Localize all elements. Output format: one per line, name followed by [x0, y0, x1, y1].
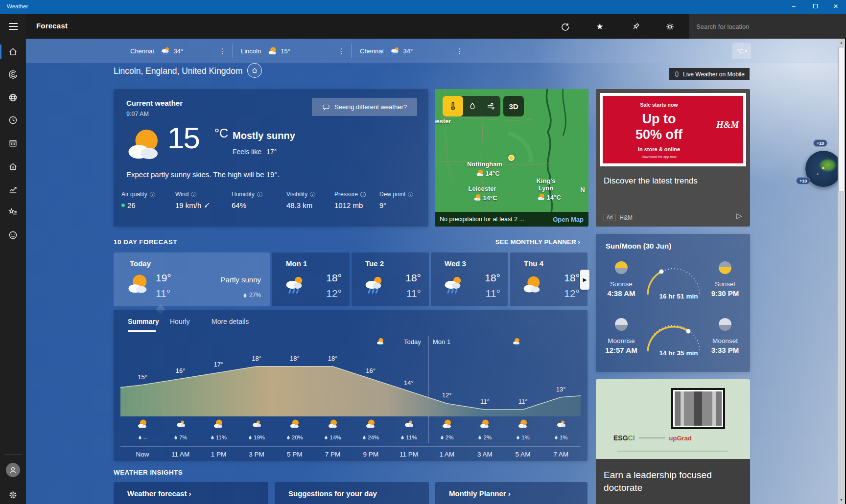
detail-humidity: Humidityi 64%: [232, 191, 283, 209]
location-tab-chennai-2[interactable]: Chennai 34° ⋮: [352, 39, 470, 63]
tab-hourly[interactable]: Hourly: [170, 318, 189, 325]
minimap-dot: [822, 167, 824, 169]
open-map-link[interactable]: Open Map: [553, 216, 584, 223]
insight-card-suggestions[interactable]: Suggestions for your day: [275, 482, 429, 504]
scrollbar-thumb[interactable]: [838, 47, 845, 191]
ten-day-forecast-heading: 10 DAY FORECAST: [114, 238, 177, 246]
sidebar-item-historical-weather[interactable]: [0, 178, 26, 201]
tab-menu-button[interactable]: ⋮: [337, 47, 346, 55]
info-icon[interactable]: i: [257, 192, 262, 197]
close-button[interactable]: ✕: [828, 0, 843, 13]
pin-to-start-button[interactable]: [624, 14, 647, 39]
detail-value: 1012 mb: [334, 201, 363, 209]
search-box: [689, 14, 846, 39]
forecast-day-thu4[interactable]: Thu 4 18° 12°: [510, 252, 588, 306]
unit-selector[interactable]: °C ▾: [732, 43, 751, 59]
upgrad-logo: upGrad: [669, 435, 692, 442]
toolbar: Forecast ★: [26, 14, 846, 39]
chevron-right-icon: ›: [189, 489, 191, 498]
insight-card-weather-forecast[interactable]: Weather forecast ›: [114, 482, 268, 504]
map-city-temp: 14°C: [537, 193, 561, 202]
hour-precip: --: [123, 433, 162, 442]
sidebar-item-send-a-smile[interactable]: [0, 224, 26, 247]
hour-weather-icon: [542, 418, 580, 432]
day-label: Wed 3: [445, 259, 466, 268]
location-tab-chennai-1[interactable]: Chennai 34° ⋮: [122, 39, 233, 63]
moonset-column: Moonset 3:33 PM: [705, 318, 746, 354]
moonrise-column: Moonrise 12:57 AM: [601, 318, 642, 354]
current-conditions-button[interactable]: [658, 14, 682, 39]
scroll-up-arrow[interactable]: ▲: [838, 39, 845, 46]
refresh-icon: [561, 22, 570, 31]
esg-ad-card[interactable]: ESGCI upGrad Earn a leadership focused d…: [596, 379, 750, 504]
forecast-day-today[interactable]: Today 19° 11° Partly sunny 27%: [114, 252, 270, 306]
hour-weather-icon: [428, 418, 466, 432]
location-tabstrip: Chennai 34° ⋮ Lincoln 15° ⋮ Chennai 34° …: [26, 39, 838, 63]
sidebar-item-home[interactable]: [0, 40, 26, 63]
detail-value: 26: [127, 201, 136, 209]
profile-button[interactable]: [0, 458, 26, 481]
scrollbar[interactable]: ▲ ▼: [838, 39, 845, 504]
hour-precip: 14%: [314, 433, 352, 442]
detail-wind: Windi 19 km/h: [175, 191, 227, 209]
sidebar-item-life[interactable]: [0, 155, 26, 178]
forecast-day-mon1[interactable]: Mon 1 18° 12°: [272, 252, 350, 306]
history-chart-icon: [8, 184, 18, 195]
hour-weather-icon: [390, 418, 428, 432]
sidebar-item-3d-maps[interactable]: [0, 86, 26, 109]
detail-label: Air quality: [121, 191, 147, 198]
hour-time-label: 7 AM: [542, 451, 580, 458]
search-input[interactable]: [696, 23, 846, 30]
map-3d-button[interactable]: 3D: [503, 96, 524, 116]
sidebar-item-hourly-forecast[interactable]: [0, 109, 26, 132]
info-icon[interactable]: i: [360, 192, 366, 197]
hm-ad-card[interactable]: Sale starts now Up to 50% off In store &…: [596, 89, 750, 227]
weather-map-card[interactable]: 3D hester Nottingham 14°C Leicester 14°C…: [435, 89, 588, 227]
hamburger-menu-button[interactable]: [0, 14, 26, 39]
forecast-day-tue2[interactable]: Tue 2 18° 11°: [352, 252, 429, 306]
tab-city: Chennai: [360, 47, 383, 55]
forecast-next-button[interactable]: ▶: [580, 270, 589, 290]
hour-precip: 2%: [466, 433, 504, 442]
info-icon[interactable]: i: [408, 192, 413, 197]
hour-precip: 20%: [276, 433, 314, 442]
high-temp: 18°: [485, 272, 500, 284]
temperature-layer-button[interactable]: [443, 96, 463, 116]
tab-more-details[interactable]: More details: [212, 318, 249, 325]
forecast-day-wed3[interactable]: Wed 3 18° 11°: [431, 252, 508, 306]
tab-summary[interactable]: Summary: [128, 318, 159, 325]
tab-menu-button[interactable]: ⋮: [218, 47, 227, 55]
planner-label: SEE MONTHLY PLANNER: [495, 238, 576, 246]
seeing-different-weather-button[interactable]: Seeing different weather?: [312, 98, 417, 116]
scroll-down-arrow[interactable]: ▼: [838, 496, 845, 504]
sidebar-item-forecast[interactable]: [0, 63, 26, 86]
hourly-chart-svg: 15°16°17°18°18°18°16°14°12°11°11°13°: [120, 347, 581, 416]
sun-cloud-icon: [521, 274, 543, 297]
low-temp: 11°: [486, 288, 500, 299]
set-home-location-button[interactable]: [247, 63, 262, 78]
wind-layer-button[interactable]: [482, 96, 500, 116]
minimize-button[interactable]: –: [786, 0, 801, 13]
maximize-button[interactable]: [808, 0, 822, 13]
favorites-button[interactable]: ★: [588, 14, 611, 39]
sidebar-item-favorites[interactable]: [0, 201, 26, 224]
info-icon[interactable]: i: [191, 192, 196, 197]
precipitation-layer-button[interactable]: [463, 96, 482, 116]
detail-value: 48.3 km: [286, 201, 312, 209]
insight-card-monthly-planner[interactable]: Monthly Planner ›: [435, 482, 588, 504]
tab-menu-button[interactable]: ⋮: [455, 47, 464, 55]
hour-weather-icon: [504, 418, 542, 432]
settings-button[interactable]: [0, 483, 26, 504]
detail-value: 9°: [379, 201, 386, 209]
info-icon[interactable]: i: [150, 192, 155, 197]
live-weather-mobile-badge[interactable]: Live Weather on Mobile: [669, 68, 750, 80]
moonset-icon: [719, 318, 731, 331]
see-monthly-planner-link[interactable]: SEE MONTHLY PLANNER ›: [456, 238, 580, 246]
refresh-button[interactable]: [553, 14, 577, 39]
location-tab-lincoln[interactable]: Lincoln 15° ⋮: [233, 39, 352, 63]
ad-cta-arrow-icon[interactable]: ▷: [736, 211, 742, 220]
sidebar-item-monthly-forecast[interactable]: [0, 132, 26, 155]
info-icon[interactable]: i: [310, 192, 315, 197]
sunset-time: 9:30 PM: [705, 289, 746, 298]
sidebar-divider: [4, 454, 22, 455]
